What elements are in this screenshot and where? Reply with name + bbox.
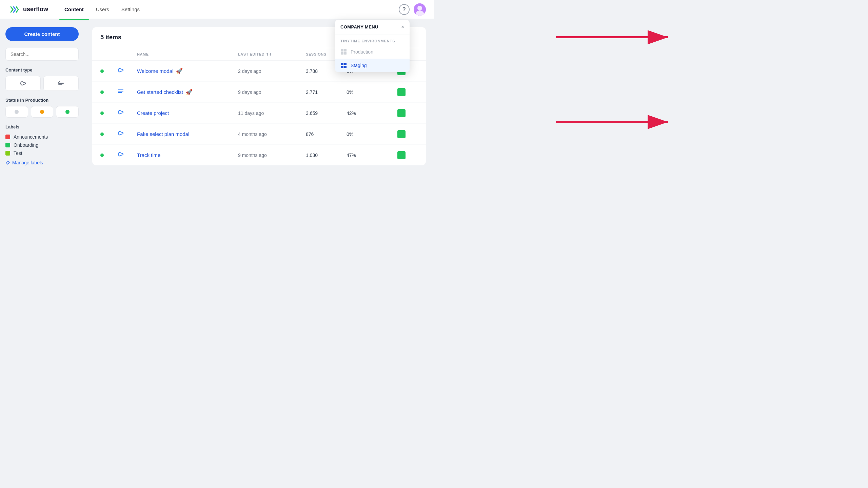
flow-type-icon-2 (117, 108, 125, 116)
row-completion-cell: 42% (347, 110, 397, 116)
label-name-onboarding: Onboarding (14, 142, 38, 148)
nav-tab-content[interactable]: Content (59, 4, 89, 15)
content-type-section-title: Content type (5, 67, 79, 73)
header: userflow Content Users Settings ? COMPAN… (0, 0, 434, 19)
th-last-edited[interactable]: LAST EDITED ⬆⬇ (238, 52, 306, 56)
nav-tab-settings[interactable]: Settings (116, 4, 145, 15)
row-status-dot (100, 154, 104, 157)
label-item-announcements[interactable]: Announcements (5, 133, 79, 141)
table-row[interactable]: Fake select plan modal 4 months ago 876 … (92, 124, 426, 145)
row-name-cell: Track time (137, 152, 238, 158)
row-sessions-cell: 876 (306, 131, 347, 137)
th-status-spacer (100, 52, 117, 56)
row-status-dot (100, 111, 104, 115)
company-menu-header: COMPANY MENU × (335, 20, 410, 35)
status-filter-row (5, 106, 79, 118)
label-item-onboarding[interactable]: Onboarding (5, 141, 79, 149)
row-action-button[interactable] (397, 109, 406, 117)
row-status-cell (100, 69, 117, 73)
logo-text: userflow (23, 6, 48, 13)
th-name: NAME (137, 52, 238, 56)
manage-labels-icon (5, 160, 10, 165)
row-type-icon (117, 150, 137, 160)
row-name-cell: Fake select plan modal (137, 131, 238, 137)
company-menu-close-button[interactable]: × (401, 24, 404, 30)
sidebar: Create content Content type (0, 19, 84, 488)
row-date-cell: 9 days ago (238, 89, 306, 95)
production-env-icon (340, 48, 347, 55)
company-menu-item-production[interactable]: Production (335, 45, 410, 59)
logo[interactable]: userflow (8, 3, 48, 16)
flow-type-icon-4 (117, 150, 125, 158)
row-date-cell: 11 days ago (238, 110, 306, 116)
row-sessions-cell: 1,080 (306, 152, 347, 158)
row-action-button[interactable] (397, 88, 406, 96)
main-content: 5 items NAME LAST EDITED ⬆⬇ SESSIONS COM… (84, 19, 434, 488)
staging-env-label: Staging (351, 63, 367, 68)
table-row[interactable]: Get started checklist 🚀 9 days ago 2,771… (92, 82, 426, 103)
row-type-icon (117, 66, 137, 76)
checklist-type-icon (117, 87, 125, 95)
label-color-test (5, 151, 10, 156)
avatar-image (414, 3, 426, 16)
row-status-cell (100, 154, 117, 157)
row-status-dot (100, 133, 104, 136)
avatar[interactable] (414, 3, 426, 16)
content-type-section: Content type (5, 67, 79, 91)
row-name-cell: Welcome modal 🚀 (137, 68, 238, 74)
company-menu: COMPANY MENU × TINYTIME ENVIRONMENTS Pro… (335, 20, 410, 72)
status-dot-gray (15, 110, 19, 114)
production-env-label: Production (351, 49, 373, 55)
status-section-title: Status in Production (5, 98, 79, 103)
nav-tab-users[interactable]: Users (91, 4, 115, 15)
sort-icon: ⬆⬇ (266, 53, 272, 56)
row-date-cell: 9 months ago (238, 152, 306, 158)
row-date-cell: 4 months ago (238, 131, 306, 137)
row-name-cell: Get started checklist 🚀 (137, 89, 238, 95)
content-type-flow-button[interactable] (5, 76, 41, 91)
main-nav: Content Users Settings (59, 4, 399, 15)
manage-labels-link[interactable]: Manage labels (5, 160, 79, 165)
row-type-icon (117, 108, 137, 118)
help-button[interactable]: ? (399, 4, 410, 15)
th-icon-spacer (117, 52, 137, 56)
label-color-announcements (5, 135, 10, 139)
row-name-cell: Create project (137, 110, 238, 116)
labels-section: Labels Announcements Onboarding Test Man… (5, 124, 79, 165)
content-type-row (5, 76, 79, 91)
status-section: Status in Production (5, 98, 79, 118)
svg-point-7 (8, 162, 9, 162)
flow-icon (19, 80, 27, 87)
row-completion-cell: 0% (347, 89, 397, 95)
status-filter-green[interactable] (56, 106, 79, 118)
row-completion-cell: 47% (347, 152, 397, 158)
create-content-button[interactable]: Create content (5, 27, 79, 41)
row-action-button[interactable] (397, 130, 406, 138)
label-name-test: Test (14, 150, 22, 156)
table-row[interactable]: Create project 11 days ago 3,659 42% (92, 103, 426, 124)
labels-section-title: Labels (5, 124, 79, 129)
status-filter-yellow[interactable] (31, 106, 54, 118)
table-row[interactable]: Track time 9 months ago 1,080 47% (92, 145, 426, 165)
checklist-icon (57, 80, 65, 87)
flow-type-icon (117, 66, 125, 74)
company-menu-item-staging[interactable]: Staging (335, 59, 410, 72)
row-type-icon (117, 87, 137, 97)
header-right: ? COMPANY MENU × TINYTIME ENVIRONMENTS (399, 3, 426, 16)
company-menu-title: COMPANY MENU (340, 24, 378, 29)
row-completion-cell: 0% (347, 131, 397, 137)
company-menu-section-label: TINYTIME ENVIRONMENTS (335, 35, 410, 45)
row-type-icon (117, 129, 137, 139)
row-status-dot (100, 69, 104, 73)
svg-point-2 (417, 6, 422, 11)
row-status-cell (100, 90, 117, 94)
rocket-icon: 🚀 (186, 89, 193, 95)
status-filter-gray[interactable] (5, 106, 28, 118)
content-type-checklist-button[interactable] (43, 76, 79, 91)
row-status-cell (100, 133, 117, 136)
manage-labels-text: Manage labels (12, 160, 43, 165)
label-item-test[interactable]: Test (5, 149, 79, 157)
row-sessions-cell: 2,771 (306, 89, 347, 95)
row-action-button[interactable] (397, 151, 406, 159)
search-input[interactable] (5, 48, 79, 61)
